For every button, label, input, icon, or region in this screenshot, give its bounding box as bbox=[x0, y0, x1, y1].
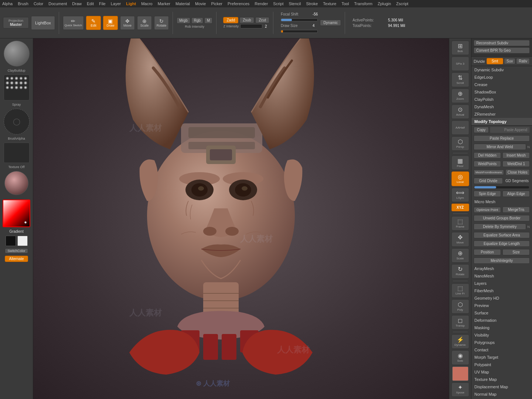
zremesher-item[interactable]: ZRemesher bbox=[471, 110, 532, 118]
edit-button[interactable]: ✎ Edit bbox=[86, 16, 101, 30]
deformation-item[interactable]: Deformation bbox=[471, 317, 532, 324]
projection-master-group[interactable]: Projection Master bbox=[3, 17, 29, 28]
del-hidden-button[interactable]: Del Hidden bbox=[474, 152, 501, 158]
menu-brush[interactable]: Brush bbox=[18, 1, 28, 6]
dynamic-rt-button[interactable]: ⚡ Dynamic bbox=[451, 334, 469, 349]
menu-layer[interactable]: Layer bbox=[111, 1, 121, 6]
menu-texture[interactable]: Texture bbox=[323, 1, 336, 6]
polygroups-item[interactable]: Polygroups bbox=[471, 339, 532, 346]
rgb-button[interactable]: Rgb bbox=[191, 17, 203, 24]
size-button[interactable]: Size bbox=[502, 249, 530, 255]
menu-material[interactable]: Material bbox=[175, 1, 190, 6]
equalize-edge-button[interactable]: Equalize Edge Length bbox=[474, 241, 530, 247]
micro-mesh-item[interactable]: Micro Mesh bbox=[471, 198, 532, 205]
quicksketch-button[interactable]: ✏ Quick Sketch bbox=[63, 16, 84, 30]
menu-transform[interactable]: Transform bbox=[354, 1, 373, 6]
weld-points-button[interactable]: WeldPoints bbox=[474, 161, 501, 167]
texture-preview[interactable] bbox=[4, 143, 30, 163]
color-sphere[interactable] bbox=[4, 171, 28, 195]
texture-map-item[interactable]: Texture Map bbox=[471, 376, 532, 383]
reconstruct-subdiv-button[interactable]: Reconstruct Subdiv bbox=[474, 40, 530, 46]
menu-edit[interactable]: Edit bbox=[87, 1, 94, 6]
align-edge-button[interactable]: Align Edge bbox=[502, 191, 530, 197]
quicksketch-group[interactable]: ✏ Quick Sketch bbox=[63, 16, 84, 30]
merge-tris-button[interactable]: MergeTris bbox=[502, 207, 530, 213]
suv-button[interactable]: Suv bbox=[504, 58, 515, 64]
equalize-surface-button[interactable]: Equalize Surface Area bbox=[474, 232, 530, 238]
menu-script[interactable]: Script bbox=[273, 1, 283, 6]
mesh-from-bool-button[interactable]: MeshFromBooleans bbox=[474, 170, 504, 175]
zoom-button[interactable]: ⊕ Zoom bbox=[451, 89, 469, 103]
menu-alpha[interactable]: Alpha bbox=[2, 1, 13, 6]
copy-button[interactable]: Copy bbox=[474, 127, 489, 133]
zsub-button[interactable]: Zsub bbox=[239, 17, 254, 23]
optimize-point-button[interactable]: Optimize Point bbox=[474, 207, 501, 213]
local-button[interactable]: ◎ Local bbox=[451, 171, 469, 186]
contact-item[interactable]: Contact bbox=[471, 346, 532, 354]
spin-edge-button[interactable]: Spin Edge bbox=[474, 191, 501, 197]
convert-bpr-button[interactable]: Convert BPR To Geo bbox=[474, 47, 530, 54]
brush-alpha-preview[interactable]: ◯ bbox=[4, 109, 30, 134]
unweld-button[interactable]: Unweld Groups Border bbox=[474, 215, 530, 221]
lightbox-button[interactable]: LightBox bbox=[31, 16, 55, 30]
lsym-button[interactable]: ⟺ LSym bbox=[451, 188, 469, 202]
menu-picker[interactable]: Picker bbox=[211, 1, 222, 6]
preview-item[interactable]: Preview bbox=[471, 302, 532, 309]
canvas-area[interactable]: 人人素材 人人素材 人人素材 人人素材 ⊛ 人人素材 bbox=[33, 38, 449, 399]
mrgb-button[interactable]: Mrgb bbox=[177, 17, 190, 24]
spix3-button[interactable]: SPix 3 bbox=[451, 57, 469, 71]
poly-button[interactable]: ⬡ Poly bbox=[451, 299, 469, 314]
color-picker[interactable] bbox=[3, 200, 30, 227]
gd-segments-slider[interactable] bbox=[474, 186, 529, 188]
aahalf-button[interactable]: AAHalf bbox=[451, 120, 469, 135]
brush-preview[interactable] bbox=[4, 41, 30, 66]
delete-symmetry-button[interactable]: Delete By Symmetry bbox=[474, 224, 526, 230]
zadd-button[interactable]: Zadd bbox=[223, 17, 238, 23]
menu-draw[interactable]: Draw bbox=[72, 1, 82, 6]
move-rt-button[interactable]: ✥ Move bbox=[451, 232, 469, 246]
mesh-integrity-button[interactable]: MeshIntegrity bbox=[474, 258, 530, 264]
menu-stencil[interactable]: Stencil bbox=[289, 1, 301, 6]
menu-color[interactable]: Color bbox=[34, 1, 43, 6]
move-button[interactable]: ✥ Move bbox=[120, 16, 135, 30]
rotate-button[interactable]: ↻ Rotate bbox=[154, 16, 169, 30]
weld-dist-button[interactable]: WeldDist 1 bbox=[502, 161, 530, 167]
dynamesh-item[interactable]: DynaMesh bbox=[471, 103, 532, 110]
geometry-hd-item[interactable]: Geometry HD bbox=[471, 294, 532, 302]
m-button[interactable]: M bbox=[204, 17, 212, 24]
menu-marker[interactable]: Marker bbox=[158, 1, 170, 6]
xpose-button[interactable]: ✦ Xpose bbox=[451, 382, 469, 397]
menu-zscript[interactable]: Zscript bbox=[396, 1, 408, 6]
menu-tool[interactable]: Tool bbox=[341, 1, 349, 6]
menu-movie[interactable]: Movie bbox=[195, 1, 206, 6]
solo-button[interactable]: ◉ Solo bbox=[451, 350, 469, 365]
floor-button[interactable]: ▦ Floor bbox=[451, 156, 469, 170]
frame-button[interactable]: ⬚ Frame bbox=[451, 216, 469, 231]
alternate-button[interactable]: Alternate bbox=[5, 256, 28, 262]
topology-header[interactable]: Modify Topology bbox=[471, 118, 532, 126]
displacement-map-item[interactable]: Displacement Map bbox=[471, 383, 532, 391]
menu-document[interactable]: Document bbox=[48, 1, 67, 6]
dynamic-button[interactable]: Dynamic bbox=[320, 20, 341, 26]
paste-append-button[interactable]: Paste Append bbox=[490, 127, 530, 133]
scroll-button[interactable]: ⇅ Scroll bbox=[451, 72, 469, 87]
menu-zplugin[interactable]: Zplugin bbox=[378, 1, 391, 6]
mirror-weld-button[interactable]: Mirror And Weld bbox=[474, 144, 526, 150]
menu-file[interactable]: File bbox=[99, 1, 106, 6]
dynamic-subdiv-item[interactable]: Dynamic Subdiv bbox=[471, 66, 532, 74]
menu-light[interactable]: Light bbox=[126, 1, 136, 6]
switch-color-button[interactable]: SwitchColor bbox=[5, 248, 28, 253]
claypolish-item[interactable]: ClayPolish bbox=[471, 96, 532, 103]
polypaint-item[interactable]: Polypaint bbox=[471, 361, 532, 368]
masking-item[interactable]: Masking bbox=[471, 324, 532, 331]
bob-button[interactable]: ⊞ Bob bbox=[451, 41, 469, 55]
menu-stroke[interactable]: Stroke bbox=[306, 1, 318, 6]
zcut-button[interactable]: Zcut bbox=[255, 17, 269, 23]
arraymesh-item[interactable]: ArrayMesh bbox=[471, 265, 532, 272]
normal-map-item[interactable]: Normal Map bbox=[471, 391, 532, 398]
brush-dots-pattern[interactable] bbox=[4, 75, 30, 100]
menu-macro[interactable]: Macro bbox=[141, 1, 153, 6]
layers-item[interactable]: Layers bbox=[471, 280, 532, 287]
draw-button[interactable]: ▣ Draw bbox=[103, 16, 118, 30]
white-swatch[interactable] bbox=[17, 236, 28, 246]
